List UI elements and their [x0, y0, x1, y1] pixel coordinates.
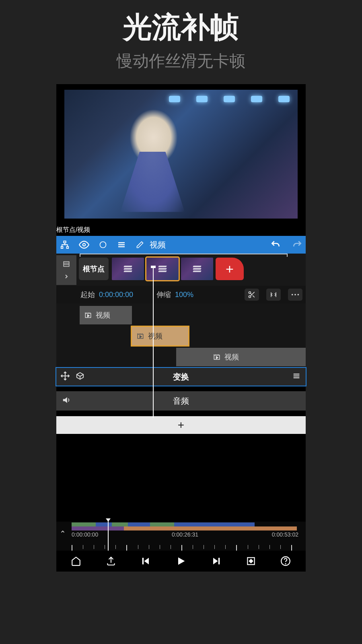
mini-timeline[interactable]: 0:00:00:00 0:00:26:31 0:00:53:02 [56, 522, 306, 551]
svg-rect-1 [61, 247, 63, 249]
transform-label: 变换 [173, 372, 189, 382]
eye-icon[interactable] [79, 239, 89, 250]
svg-line-15 [251, 293, 252, 295]
menu-icon[interactable] [117, 240, 126, 250]
track-clip-3-label: 视频 [224, 352, 239, 362]
transform-menu-icon[interactable] [292, 372, 301, 382]
bottom-toolbar [56, 551, 306, 572]
svg-point-12 [249, 296, 251, 298]
svg-marker-47 [178, 557, 185, 565]
svg-marker-44 [63, 397, 67, 403]
cut-button[interactable] [245, 289, 259, 301]
svg-point-4 [100, 242, 106, 248]
scale-label: 伸缩 [156, 290, 171, 299]
move-icon[interactable] [60, 371, 70, 382]
step-forward-icon[interactable] [208, 553, 224, 569]
mini-time-2: 0:00:26:31 [172, 531, 198, 538]
svg-marker-26 [88, 315, 90, 317]
step-back-icon[interactable] [138, 553, 154, 569]
clip-thumbnails [112, 258, 213, 280]
audio-bar[interactable]: 音频 [56, 391, 306, 411]
clip-thumb-3[interactable] [181, 258, 213, 280]
track-clip-3[interactable]: 视频 [176, 348, 306, 366]
svg-rect-49 [218, 558, 220, 564]
add-track-button[interactable]: + [56, 416, 306, 434]
svg-line-14 [253, 295, 255, 297]
svg-point-18 [292, 294, 293, 295]
preview-frame [64, 90, 298, 219]
track-clip-2-label: 视频 [148, 331, 162, 341]
speaker-icon[interactable] [62, 396, 71, 406]
svg-marker-38 [216, 357, 218, 359]
page-subtitle: 慢动作丝滑无卡顿 [0, 50, 362, 72]
mini-time-1: 0:00:00:00 [72, 531, 98, 538]
root-node-button[interactable]: 根节点 [79, 258, 109, 280]
svg-rect-46 [142, 558, 144, 564]
svg-marker-45 [144, 558, 149, 564]
home-icon[interactable] [68, 553, 84, 569]
keyframe-icon[interactable] [243, 553, 259, 569]
trim-button[interactable] [266, 289, 281, 301]
start-value[interactable]: 0:00:00:00 [99, 291, 133, 299]
clip-thumb-2[interactable] [146, 258, 179, 280]
video-editor: 根节点/视频 视频 根 [56, 84, 306, 572]
collapse-icon[interactable] [59, 529, 67, 536]
playhead[interactable] [153, 268, 154, 418]
audio-label: 音频 [173, 396, 189, 407]
cube-icon[interactable] [76, 372, 84, 382]
clip-thumb-1[interactable] [112, 258, 144, 280]
mini-tracks [72, 522, 302, 530]
svg-point-19 [294, 294, 296, 295]
timeline-tracks[interactable]: 视频 视频 视频 [56, 303, 306, 368]
svg-point-20 [298, 294, 299, 295]
circle-icon[interactable] [99, 241, 107, 249]
svg-point-3 [83, 244, 86, 246]
timeline-empty-area [56, 434, 306, 522]
pencil-icon[interactable] [136, 241, 144, 249]
svg-rect-2 [67, 247, 69, 249]
undo-icon[interactable] [270, 239, 281, 250]
export-icon[interactable] [103, 553, 119, 569]
node-panel-toggle[interactable] [56, 255, 76, 285]
svg-marker-48 [213, 558, 218, 564]
main-toolbar: 视频 [56, 236, 306, 254]
add-clip-button[interactable]: + [216, 258, 244, 280]
transform-bar[interactable]: 变换 [56, 368, 306, 386]
more-button[interactable] [288, 289, 302, 301]
clips-row: 根节点 + [56, 254, 306, 286]
page-title: 光流补帧 [0, 0, 362, 47]
mini-ticks [72, 545, 302, 551]
clip-info-bar: 起始 0:00:00:00 伸缩 100% [56, 286, 306, 303]
svg-point-11 [249, 292, 251, 294]
svg-rect-0 [64, 241, 66, 243]
redo-icon[interactable] [292, 239, 302, 250]
track-clip-1-label: 视频 [96, 310, 110, 320]
preview-area[interactable] [56, 84, 306, 224]
clips-ruler [80, 254, 288, 257]
start-label: 起始 [80, 290, 95, 299]
toolbar-label: 视频 [150, 239, 166, 250]
svg-rect-8 [64, 262, 69, 266]
breadcrumb[interactable]: 根节点/视频 [56, 224, 306, 236]
help-icon[interactable] [278, 553, 294, 569]
svg-marker-32 [140, 336, 142, 338]
svg-point-53 [286, 564, 286, 564]
track-clip-2[interactable]: 视频 [132, 327, 188, 345]
play-icon[interactable] [173, 553, 189, 569]
scale-value[interactable]: 100% [175, 291, 193, 299]
mini-time-3: 0:00:53:02 [272, 531, 298, 538]
svg-marker-51 [249, 559, 253, 563]
hierarchy-icon[interactable] [60, 240, 69, 249]
track-clip-1[interactable]: 视频 [80, 306, 132, 324]
